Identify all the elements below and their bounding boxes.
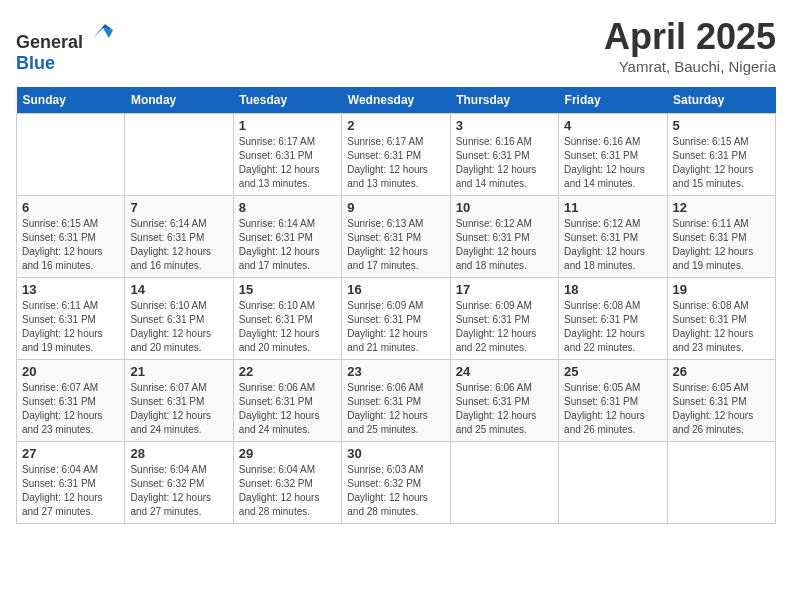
day-number: 8 [239, 200, 336, 215]
day-number: 9 [347, 200, 444, 215]
week-row-4: 20Sunrise: 6:07 AMSunset: 6:31 PMDayligh… [17, 360, 776, 442]
logo-blue: Blue [16, 53, 55, 73]
day-number: 7 [130, 200, 227, 215]
day-number: 1 [239, 118, 336, 133]
day-info: Sunrise: 6:15 AMSunset: 6:31 PMDaylight:… [22, 217, 119, 273]
day-info: Sunrise: 6:08 AMSunset: 6:31 PMDaylight:… [564, 299, 661, 355]
day-cell [667, 442, 775, 524]
weekday-header-friday: Friday [559, 87, 667, 114]
day-info: Sunrise: 6:07 AMSunset: 6:31 PMDaylight:… [22, 381, 119, 437]
day-cell: 29Sunrise: 6:04 AMSunset: 6:32 PMDayligh… [233, 442, 341, 524]
day-cell: 16Sunrise: 6:09 AMSunset: 6:31 PMDayligh… [342, 278, 450, 360]
week-row-2: 6Sunrise: 6:15 AMSunset: 6:31 PMDaylight… [17, 196, 776, 278]
day-number: 28 [130, 446, 227, 461]
week-row-3: 13Sunrise: 6:11 AMSunset: 6:31 PMDayligh… [17, 278, 776, 360]
day-cell: 18Sunrise: 6:08 AMSunset: 6:31 PMDayligh… [559, 278, 667, 360]
day-info: Sunrise: 6:09 AMSunset: 6:31 PMDaylight:… [456, 299, 553, 355]
day-cell: 21Sunrise: 6:07 AMSunset: 6:31 PMDayligh… [125, 360, 233, 442]
day-number: 23 [347, 364, 444, 379]
day-info: Sunrise: 6:12 AMSunset: 6:31 PMDaylight:… [564, 217, 661, 273]
day-cell: 26Sunrise: 6:05 AMSunset: 6:31 PMDayligh… [667, 360, 775, 442]
day-cell: 8Sunrise: 6:14 AMSunset: 6:31 PMDaylight… [233, 196, 341, 278]
day-info: Sunrise: 6:07 AMSunset: 6:31 PMDaylight:… [130, 381, 227, 437]
logo-general: General [16, 32, 83, 52]
page-header: General Blue April 2025 Yamrat, Bauchi, … [16, 16, 776, 75]
day-info: Sunrise: 6:11 AMSunset: 6:31 PMDaylight:… [22, 299, 119, 355]
day-cell: 5Sunrise: 6:15 AMSunset: 6:31 PMDaylight… [667, 114, 775, 196]
day-cell: 28Sunrise: 6:04 AMSunset: 6:32 PMDayligh… [125, 442, 233, 524]
day-number: 2 [347, 118, 444, 133]
day-number: 27 [22, 446, 119, 461]
day-info: Sunrise: 6:10 AMSunset: 6:31 PMDaylight:… [239, 299, 336, 355]
day-info: Sunrise: 6:04 AMSunset: 6:32 PMDaylight:… [239, 463, 336, 519]
day-cell: 9Sunrise: 6:13 AMSunset: 6:31 PMDaylight… [342, 196, 450, 278]
day-number: 14 [130, 282, 227, 297]
day-info: Sunrise: 6:04 AMSunset: 6:31 PMDaylight:… [22, 463, 119, 519]
week-row-1: 1Sunrise: 6:17 AMSunset: 6:31 PMDaylight… [17, 114, 776, 196]
day-cell: 20Sunrise: 6:07 AMSunset: 6:31 PMDayligh… [17, 360, 125, 442]
day-info: Sunrise: 6:06 AMSunset: 6:31 PMDaylight:… [347, 381, 444, 437]
weekday-header-thursday: Thursday [450, 87, 558, 114]
day-cell: 14Sunrise: 6:10 AMSunset: 6:31 PMDayligh… [125, 278, 233, 360]
weekday-header-wednesday: Wednesday [342, 87, 450, 114]
day-info: Sunrise: 6:06 AMSunset: 6:31 PMDaylight:… [239, 381, 336, 437]
day-info: Sunrise: 6:16 AMSunset: 6:31 PMDaylight:… [564, 135, 661, 191]
week-row-5: 27Sunrise: 6:04 AMSunset: 6:31 PMDayligh… [17, 442, 776, 524]
day-number: 3 [456, 118, 553, 133]
day-cell: 15Sunrise: 6:10 AMSunset: 6:31 PMDayligh… [233, 278, 341, 360]
location: Yamrat, Bauchi, Nigeria [604, 58, 776, 75]
day-cell [17, 114, 125, 196]
day-number: 20 [22, 364, 119, 379]
day-cell: 19Sunrise: 6:08 AMSunset: 6:31 PMDayligh… [667, 278, 775, 360]
day-number: 22 [239, 364, 336, 379]
day-number: 10 [456, 200, 553, 215]
day-cell: 17Sunrise: 6:09 AMSunset: 6:31 PMDayligh… [450, 278, 558, 360]
day-number: 12 [673, 200, 770, 215]
weekday-header-tuesday: Tuesday [233, 87, 341, 114]
day-cell: 22Sunrise: 6:06 AMSunset: 6:31 PMDayligh… [233, 360, 341, 442]
day-cell: 12Sunrise: 6:11 AMSunset: 6:31 PMDayligh… [667, 196, 775, 278]
day-cell: 25Sunrise: 6:05 AMSunset: 6:31 PMDayligh… [559, 360, 667, 442]
day-cell: 3Sunrise: 6:16 AMSunset: 6:31 PMDaylight… [450, 114, 558, 196]
day-cell: 27Sunrise: 6:04 AMSunset: 6:31 PMDayligh… [17, 442, 125, 524]
day-number: 29 [239, 446, 336, 461]
logo: General Blue [16, 16, 117, 74]
day-info: Sunrise: 6:05 AMSunset: 6:31 PMDaylight:… [673, 381, 770, 437]
day-info: Sunrise: 6:14 AMSunset: 6:31 PMDaylight:… [130, 217, 227, 273]
day-number: 4 [564, 118, 661, 133]
day-number: 26 [673, 364, 770, 379]
day-info: Sunrise: 6:05 AMSunset: 6:31 PMDaylight:… [564, 381, 661, 437]
day-cell: 24Sunrise: 6:06 AMSunset: 6:31 PMDayligh… [450, 360, 558, 442]
day-cell: 2Sunrise: 6:17 AMSunset: 6:31 PMDaylight… [342, 114, 450, 196]
day-cell [125, 114, 233, 196]
day-info: Sunrise: 6:16 AMSunset: 6:31 PMDaylight:… [456, 135, 553, 191]
day-cell: 23Sunrise: 6:06 AMSunset: 6:31 PMDayligh… [342, 360, 450, 442]
weekday-header-row: SundayMondayTuesdayWednesdayThursdayFrid… [17, 87, 776, 114]
weekday-header-sunday: Sunday [17, 87, 125, 114]
day-number: 18 [564, 282, 661, 297]
day-cell: 10Sunrise: 6:12 AMSunset: 6:31 PMDayligh… [450, 196, 558, 278]
day-info: Sunrise: 6:17 AMSunset: 6:31 PMDaylight:… [347, 135, 444, 191]
day-info: Sunrise: 6:17 AMSunset: 6:31 PMDaylight:… [239, 135, 336, 191]
day-number: 15 [239, 282, 336, 297]
title-block: April 2025 Yamrat, Bauchi, Nigeria [604, 16, 776, 75]
day-number: 24 [456, 364, 553, 379]
day-number: 17 [456, 282, 553, 297]
day-cell: 30Sunrise: 6:03 AMSunset: 6:32 PMDayligh… [342, 442, 450, 524]
day-info: Sunrise: 6:15 AMSunset: 6:31 PMDaylight:… [673, 135, 770, 191]
day-number: 16 [347, 282, 444, 297]
day-info: Sunrise: 6:14 AMSunset: 6:31 PMDaylight:… [239, 217, 336, 273]
day-info: Sunrise: 6:10 AMSunset: 6:31 PMDaylight:… [130, 299, 227, 355]
calendar-table: SundayMondayTuesdayWednesdayThursdayFrid… [16, 87, 776, 524]
day-cell: 7Sunrise: 6:14 AMSunset: 6:31 PMDaylight… [125, 196, 233, 278]
day-info: Sunrise: 6:06 AMSunset: 6:31 PMDaylight:… [456, 381, 553, 437]
day-cell: 11Sunrise: 6:12 AMSunset: 6:31 PMDayligh… [559, 196, 667, 278]
day-number: 25 [564, 364, 661, 379]
weekday-header-monday: Monday [125, 87, 233, 114]
day-number: 13 [22, 282, 119, 297]
day-info: Sunrise: 6:08 AMSunset: 6:31 PMDaylight:… [673, 299, 770, 355]
day-cell [450, 442, 558, 524]
day-cell: 4Sunrise: 6:16 AMSunset: 6:31 PMDaylight… [559, 114, 667, 196]
day-cell: 13Sunrise: 6:11 AMSunset: 6:31 PMDayligh… [17, 278, 125, 360]
day-number: 19 [673, 282, 770, 297]
